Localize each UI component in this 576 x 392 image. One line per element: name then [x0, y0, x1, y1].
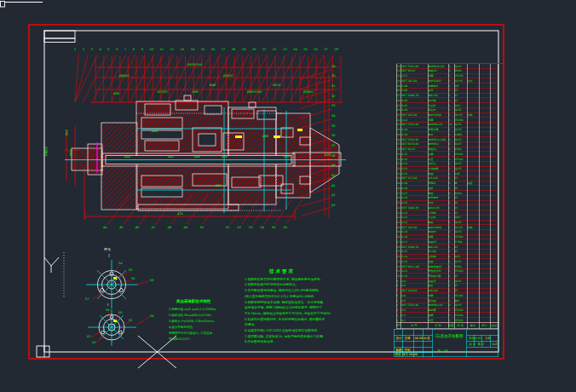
- cell-name: 大齿轮: [428, 102, 448, 107]
- cell-name: 甩油环: [428, 229, 448, 233]
- cell-qty: 6: [448, 68, 454, 72]
- cell-name: 键10×56: [428, 205, 448, 210]
- cell-remark: [467, 98, 479, 102]
- field-sheet-no: 第 张: [478, 343, 485, 346]
- cell-name: 齿轮轴: [428, 254, 448, 258]
- parts-table-row: 23 JS-23 中间轴 1 45: [396, 210, 498, 215]
- view-mark-label: 件号: [104, 248, 111, 251]
- cell-remark: [467, 117, 479, 121]
- cell-name: 键6×32: [428, 244, 448, 248]
- tech-note-line: 4.接合平稳无冲击;: [169, 325, 237, 331]
- tech-note-line: 5.箱体剖分面涂密封胶, 不允许使用任何垫片, 密封圈处不: [245, 316, 354, 322]
- tech-notes-lines: 1.装配前所有零件均需清洗干净, 滚动轴承用汽油清洗。2.装配前箱体内不得有任何…: [245, 276, 354, 344]
- tech-notes-left: 离合器装配技术特性 1.摩擦片数 z=8, p=0.2-0.25MPa;2.额定…: [169, 298, 237, 343]
- parts-table-row: 47 GB/T 1096-79 键8×50 1 45: [396, 93, 498, 98]
- tech-note-line: 7.做空载试验, 正反转各1h, 运转平稳无异常噪声与渗漏。: [245, 333, 354, 339]
- tech-note-line: 1.摩擦片数 z=8, p=0.2-0.25MPa;: [169, 307, 237, 313]
- cell-material: 45: [454, 283, 467, 287]
- cell-qty: 1: [448, 254, 454, 258]
- cell-material: 65Mn: [454, 190, 467, 194]
- field-design-label: 设计: [396, 337, 402, 340]
- cell-name: 垫片: [428, 132, 448, 136]
- cell-name: 定距环: [428, 107, 448, 112]
- tech-note-line: 不得超过120℃。: [169, 337, 237, 343]
- parts-table-row: 39 JS-39 垫片 1 石棉纸: [396, 132, 498, 137]
- cell-name: 键8×50: [428, 93, 448, 97]
- cell-remark: [467, 152, 479, 156]
- cell-qty: 6: [448, 64, 454, 68]
- cell-name: 套筒: [428, 88, 448, 92]
- cell-material: HT200: [454, 317, 467, 321]
- header-unit-weight: 单件: [467, 323, 479, 328]
- cell-material: HT200: [454, 313, 467, 317]
- cell-material: 45: [454, 195, 467, 199]
- field-draft-name: 李明: [405, 349, 411, 352]
- cell-material: HT200: [454, 152, 467, 156]
- cell-code: JS-9: [400, 278, 428, 282]
- cell-remark: [467, 88, 479, 92]
- parts-table-row: 9 JS-9 操纵杆 1 Q235: [396, 278, 498, 283]
- cell-code: JS-8: [400, 283, 428, 287]
- cell-qty: 1: [448, 195, 454, 199]
- cell-name: 摩擦片: [428, 181, 448, 185]
- cell-name: 压板: [428, 186, 448, 190]
- cell-qty: 1: [448, 215, 454, 219]
- cell-material: GCr15: [454, 112, 467, 117]
- view-mark-label: ]: [108, 254, 110, 257]
- cell-qty: 6: [448, 190, 454, 194]
- drawing-title: CL离合器装配图: [434, 334, 466, 338]
- tech-note-line: 6.减速器内装L-CKC220工业齿轮油至规定油面高度。: [245, 327, 354, 333]
- cell-code: JS-1: [400, 317, 428, 321]
- tech-note-line: 得漏油。: [245, 322, 354, 328]
- cell-code: JS-29: [400, 181, 428, 185]
- cell-qty: 1: [448, 132, 454, 136]
- cell-name: 销6×28: [428, 288, 448, 292]
- cell-code: GB/T 297-94: [400, 224, 428, 228]
- parts-table-row: 21 JS-21 隔套 1 Q235: [396, 220, 498, 225]
- cell-material: Q235: [454, 259, 467, 263]
- cell-code: GB/T 1096-79: [400, 205, 428, 210]
- cell-material: HT200: [454, 308, 467, 312]
- field-check-date: 06.06: [409, 353, 418, 356]
- cell-qty: 1: [448, 313, 454, 317]
- header-material: 材 料: [454, 323, 467, 328]
- cell-material: 08F: [454, 83, 467, 87]
- field-sheets: 共 张: [469, 343, 476, 346]
- header-remark: 备注: [490, 323, 498, 328]
- header-code: 代 号: [400, 323, 428, 328]
- cell-qty: 2: [448, 78, 454, 83]
- cell-qty: 1: [448, 200, 454, 205]
- cell-name: 离合器内毂: [428, 274, 448, 278]
- parts-table-row: 2 JS-2 透盖 1 HT200: [396, 313, 498, 318]
- cell-material: 羊毛毡: [454, 239, 467, 244]
- cell-name: 调整垫片: [428, 83, 448, 87]
- field-draft-label: 制图: [396, 349, 402, 352]
- cell-code: JS-22: [400, 215, 428, 219]
- cell-material: Q235: [454, 136, 467, 141]
- cell-remark: [467, 136, 479, 141]
- parts-table-row: 18 JS-18 端盖 1 HT200: [396, 234, 498, 239]
- cell-name: 垫圈: [428, 170, 448, 175]
- parts-table-row: 26 JS-26 调节螺母 1 45: [396, 195, 498, 200]
- cell-remark: [467, 122, 479, 126]
- cell-code: GB/T 117-86: [400, 176, 428, 180]
- cell-name: 小齿轮: [428, 215, 448, 219]
- parts-table-row: 7 GB/T 119-86 销6×28 2 35: [396, 288, 498, 293]
- cell-remark: [467, 166, 479, 170]
- cell-qty: 1: [448, 317, 454, 321]
- cell-qty: 1: [448, 268, 454, 273]
- cell-name: 螺栓M10×30: [428, 64, 448, 68]
- parts-table-row: 16 GB/T 1096-79 键6×32 1 45: [396, 244, 498, 249]
- cell-material: 石棉: [454, 170, 467, 175]
- cell-qty: 2: [448, 112, 454, 117]
- field-scale: 1:2: [492, 343, 498, 346]
- parts-table-row: 50 GB/T 297-94 轴承30207 2 GCr15 成对: [396, 78, 498, 84]
- cell-material: 65Mn: [454, 68, 467, 72]
- cell-remark: [467, 132, 479, 136]
- parts-table-header: 序号 代 号 名 称 数量 材 料 单件 总计 备注: [396, 322, 498, 328]
- tech-notes-left-lines: 1.摩擦片数 z=8, p=0.2-0.25MPa;2.额定转矩 Mn=40N·…: [169, 307, 237, 343]
- parts-table-row: 37 GB/T 6170-86 螺母M12 6 Q235: [396, 141, 498, 147]
- cell-material: Q235: [454, 166, 467, 170]
- cell-remark: [467, 303, 479, 307]
- parts-table-row: 28 JS-28 压板 1 45: [396, 186, 498, 191]
